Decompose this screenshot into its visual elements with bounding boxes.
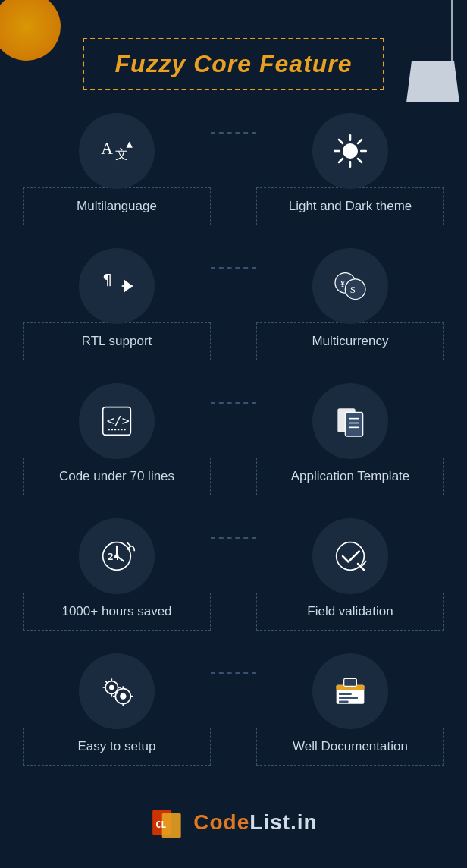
decorative-lamp xyxy=(406,0,467,106)
feature-light-dark: Light and Dark theme xyxy=(256,113,444,225)
app-template-label-box: Application Template xyxy=(256,458,444,495)
brand-name: CodeList.in xyxy=(193,810,317,835)
rtl-icon-circle: ¶ xyxy=(79,248,155,324)
svg-rect-52 xyxy=(339,701,349,703)
multilanguage-label-box: Multilanguage xyxy=(23,187,211,225)
code-label: Code under 70 lines xyxy=(59,469,174,483)
hours-label: 1000+ hours saved xyxy=(61,604,171,618)
feature-row-4: 24 1000+ hours saved Field validation xyxy=(0,518,467,631)
svg-line-7 xyxy=(339,140,343,143)
documentation-label: Well Documentation xyxy=(293,739,408,753)
feature-row-5: Easy to setup Well Documentation xyxy=(0,653,467,766)
validation-icon xyxy=(331,537,369,575)
brand-icon: CL xyxy=(149,804,187,841)
validation-label-box: Field validation xyxy=(256,593,444,631)
row4-connector xyxy=(211,573,256,577)
row3-connector xyxy=(211,438,256,442)
feature-row-2: ¶ RTL support ¥ $ Multicurrency xyxy=(0,248,467,360)
brand-footer: CL CodeList.in xyxy=(0,788,467,849)
hours-label-box: 1000+ hours saved xyxy=(23,593,211,631)
feature-documentation: Well Documentation xyxy=(256,653,444,766)
feature-code: </> Code under 70 lines xyxy=(23,383,211,495)
documentation-label-box: Well Documentation xyxy=(256,728,444,766)
feature-rtl: ¶ RTL support xyxy=(23,248,211,360)
rtl-label-box: RTL support xyxy=(23,322,211,360)
svg-line-9 xyxy=(358,140,362,143)
svg-rect-22 xyxy=(345,412,362,436)
svg-point-30 xyxy=(115,555,119,558)
template-icon-circle xyxy=(312,383,388,459)
setup-icon-circle xyxy=(79,653,155,729)
svg-line-8 xyxy=(358,159,362,162)
hours-icon: 24 xyxy=(98,537,136,575)
light-dark-label: Light and Dark theme xyxy=(289,199,412,213)
light-dark-icon-circle xyxy=(312,113,388,189)
feature-app-template: Application Template xyxy=(256,383,444,495)
feature-row-3: </> Code under 70 lines Application Temp… xyxy=(0,383,467,495)
setup-icon xyxy=(98,672,136,710)
row2-connector xyxy=(211,303,256,307)
validation-icon-circle xyxy=(312,518,388,594)
svg-text:文: 文 xyxy=(115,147,128,162)
multilanguage-label: Multilanguage xyxy=(77,199,157,213)
feature-multicurrency: ¥ $ Multicurrency xyxy=(256,248,444,360)
title-section: Fuzzy Core Feature xyxy=(0,0,467,113)
feature-field-validation: Field validation xyxy=(256,518,444,631)
light-dark-label-box: Light and Dark theme xyxy=(256,187,444,225)
code-icon-circle: </> xyxy=(79,383,155,459)
feature-hours: 24 1000+ hours saved xyxy=(23,518,211,631)
rtl-label: RTL support xyxy=(82,334,152,348)
feature-row-1: A 文 Multilanguage Ligh xyxy=(0,113,467,225)
svg-text:</>: </> xyxy=(107,414,130,428)
multicurrency-icon: ¥ $ xyxy=(331,267,369,305)
easy-setup-label: Easy to setup xyxy=(77,739,155,753)
documentation-icon-circle xyxy=(312,653,388,729)
multicurrency-icon-circle: ¥ $ xyxy=(312,248,388,324)
svg-point-2 xyxy=(343,143,358,159)
easy-setup-label-box: Easy to setup xyxy=(23,728,211,766)
svg-rect-50 xyxy=(339,693,352,696)
rtl-icon: ¶ xyxy=(98,267,136,305)
page-title: Fuzzy Core Feature xyxy=(114,50,352,77)
svg-point-41 xyxy=(109,685,114,690)
svg-text:¥: ¥ xyxy=(340,278,346,289)
title-box: Fuzzy Core Feature xyxy=(83,38,384,90)
row5-connector xyxy=(211,708,256,712)
brand-logo: CL CodeList.in xyxy=(149,804,317,841)
svg-text:$: $ xyxy=(350,284,356,295)
code-icon: </> xyxy=(98,402,136,440)
svg-rect-51 xyxy=(339,697,358,700)
svg-text:CL: CL xyxy=(156,819,167,830)
row1-connector xyxy=(211,168,256,171)
multilanguage-icon-circle: A 文 xyxy=(79,113,155,189)
code-label-box: Code under 70 lines xyxy=(23,458,211,495)
feature-multilanguage: A 文 Multilanguage xyxy=(23,113,211,225)
svg-text:A: A xyxy=(101,140,113,158)
svg-point-47 xyxy=(120,693,126,700)
svg-line-10 xyxy=(339,159,343,162)
app-template-label: Application Template xyxy=(291,469,410,483)
multilanguage-icon: A 文 xyxy=(98,132,136,170)
svg-rect-53 xyxy=(344,678,357,686)
multicurrency-label: Multicurrency xyxy=(312,334,388,348)
feature-easy-setup: Easy to setup xyxy=(23,653,211,766)
light-dark-icon xyxy=(331,132,369,170)
validation-label: Field validation xyxy=(307,604,393,618)
multicurrency-label-box: Multicurrency xyxy=(256,322,444,360)
template-icon xyxy=(331,402,369,440)
svg-text:¶: ¶ xyxy=(103,270,112,288)
svg-line-39 xyxy=(105,681,108,684)
hours-icon-circle: 24 xyxy=(79,518,155,594)
documentation-icon xyxy=(331,672,369,710)
